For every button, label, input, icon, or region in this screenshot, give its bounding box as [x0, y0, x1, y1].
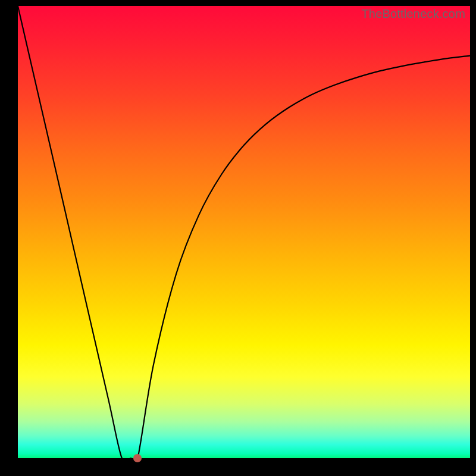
curve-path: [18, 6, 470, 458]
optimal-point-marker: [133, 454, 142, 462]
chart-plot-area: TheBottleneck.com: [18, 6, 470, 458]
bottleneck-curve: [18, 6, 470, 458]
chart-frame: TheBottleneck.com: [0, 0, 476, 476]
